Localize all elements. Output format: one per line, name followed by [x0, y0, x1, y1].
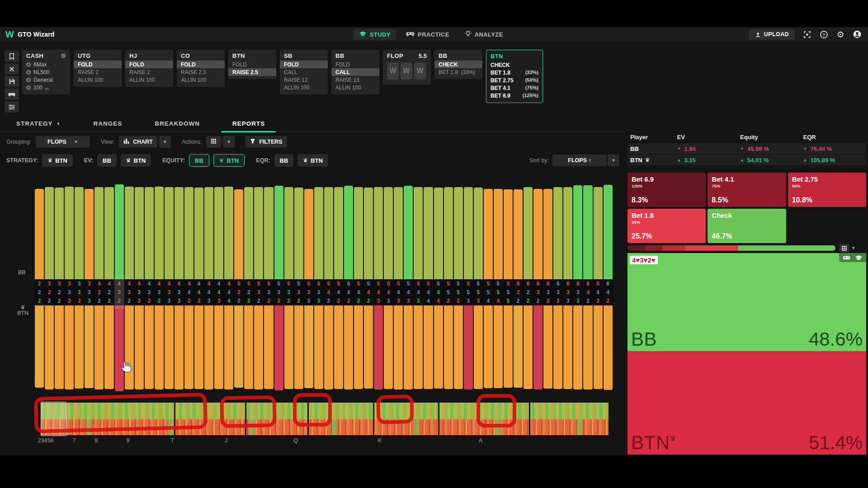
controller-icon[interactable]	[843, 254, 850, 261]
action-raise-2[interactable]: RAISE 2	[125, 68, 173, 76]
action-fold[interactable]: FOLD	[280, 61, 328, 68]
flop-column-542[interactable]	[324, 183, 333, 279]
flop-column-544[interactable]	[434, 305, 443, 394]
actions-select[interactable]	[206, 136, 221, 148]
grid-view-icon[interactable]	[839, 244, 849, 253]
action-bet-6-9[interactable]: BET 6.9(125%)	[486, 92, 542, 99]
player-chip-bb[interactable]: BB	[189, 154, 209, 167]
flop-label-322[interactable]: 322	[55, 279, 64, 305]
flop-label-633[interactable]: 633	[563, 279, 572, 305]
flop-column-543[interactable]	[414, 183, 423, 279]
flop-label-642[interactable]: 642	[594, 279, 603, 305]
action-raise-13[interactable]: RAISE 13	[331, 76, 379, 84]
flop-column-554[interactable]	[484, 183, 493, 279]
position-panel-flop-7[interactable]: FLOP 5.5 WWW	[383, 50, 431, 84]
flop-label-533[interactable]: 533	[304, 279, 313, 305]
view-select[interactable]: CHART	[119, 136, 157, 148]
flop-column-322[interactable]	[55, 305, 64, 394]
flop-label-444[interactable]: 444	[224, 279, 233, 305]
flop-column-332[interactable]	[75, 305, 84, 394]
flop-column-444[interactable]	[224, 183, 233, 279]
flop-label-532[interactable]: 532	[274, 279, 283, 305]
flop-column-422[interactable]	[104, 305, 113, 394]
flop-label-542[interactable]: 542	[354, 279, 363, 305]
flop-column-544[interactable]	[424, 183, 433, 279]
treemap-region-btn[interactable]: BTN♛ 51.4%	[627, 351, 866, 455]
position-panel-sb-5[interactable]: SB FOLD CALL RAISE 12 ALLIN 100	[280, 50, 328, 94]
flop-label-532[interactable]: 532	[264, 279, 273, 305]
position-panel-btn-4[interactable]: BTN FOLD RAISE 2.5	[228, 50, 276, 79]
strip-caret-icon[interactable]: ▼	[851, 246, 855, 250]
flop-column-554[interactable]	[494, 183, 503, 279]
flop-column-433[interactable]	[165, 305, 174, 394]
flop-column-522[interactable]	[244, 183, 253, 279]
flop-column-632[interactable]	[533, 183, 542, 279]
action-allin-100[interactable]: ALLIN 100	[280, 84, 328, 91]
flop-label-532[interactable]: 532	[254, 279, 263, 305]
flop-column-622[interactable]	[514, 183, 523, 279]
flop-column-642[interactable]	[583, 305, 592, 394]
action-allin-100[interactable]: ALLIN 100	[74, 76, 122, 84]
flop-column-543[interactable]	[394, 305, 403, 394]
flop-column-532[interactable]	[284, 183, 293, 279]
flop-column-444[interactable]	[224, 305, 233, 394]
bookmark-icon[interactable]	[5, 51, 19, 62]
flop-column-532[interactable]	[264, 305, 273, 394]
flop-column-622[interactable]	[524, 305, 533, 394]
tab-reports[interactable]: REPORTS	[216, 116, 281, 132]
flop-label-433[interactable]: 433	[175, 279, 184, 305]
flop-column-555[interactable]	[504, 183, 513, 279]
action-bet-2-75[interactable]: BET 2.75(50%)	[486, 76, 542, 84]
flop-column-333[interactable]	[85, 183, 94, 279]
flop-column-532[interactable]	[294, 183, 303, 279]
grouping-select[interactable]: FLOPS▼	[36, 136, 90, 148]
actions-caret[interactable]: ▼	[223, 136, 235, 148]
flop-column-522[interactable]	[234, 183, 243, 279]
flop-column-542[interactable]	[344, 183, 353, 279]
nav-study[interactable]: STUDY	[354, 29, 396, 40]
action-tile-bet-4-1[interactable]: Bet 4.175% 8.5%	[708, 173, 786, 207]
flop-column-555[interactable]	[504, 305, 513, 394]
flop-column-552[interactable]	[454, 183, 463, 279]
flop-column-542[interactable]	[334, 183, 343, 279]
flop-column-543[interactable]	[404, 305, 413, 394]
action-fold[interactable]: FOLD	[74, 61, 122, 68]
player-chip-btn[interactable]: ♛BTN	[297, 154, 328, 167]
flop-column-542[interactable]	[364, 183, 373, 279]
flop-column-432[interactable]	[145, 305, 154, 394]
flop-label-542[interactable]: 542	[324, 279, 333, 305]
flop-column-532[interactable]	[254, 305, 263, 394]
flop-column-222[interactable]	[35, 305, 44, 394]
flop-column-433[interactable]	[165, 183, 174, 279]
action-check[interactable]: CHECK	[486, 61, 542, 69]
flop-column-422[interactable]	[94, 305, 104, 394]
flop-column-442[interactable]	[184, 183, 193, 279]
flop-label-432[interactable]: 432	[145, 279, 154, 305]
flop-column-432[interactable]	[155, 305, 164, 394]
flop-label-542[interactable]: 542	[334, 279, 343, 305]
flop-column-222[interactable]	[35, 183, 44, 279]
action-fold[interactable]: FOLD	[228, 61, 276, 68]
flop-column-642[interactable]	[604, 305, 613, 394]
flop-column-543[interactable]	[374, 183, 383, 279]
flop-label-544[interactable]: 544	[424, 279, 433, 305]
action-raise-12[interactable]: RAISE 12	[280, 76, 328, 84]
flop-label-642[interactable]: 642	[604, 279, 613, 305]
flop-column-422[interactable]	[94, 183, 104, 279]
flop-column-533[interactable]	[304, 183, 313, 279]
flop-label-442[interactable]: 442	[194, 279, 203, 305]
flop-label-443[interactable]: 443	[204, 279, 213, 305]
flop-column-632[interactable]	[543, 183, 552, 279]
flop-column-432[interactable]	[115, 183, 124, 279]
tab-breakdown[interactable]: BREAKDOWN	[138, 116, 216, 132]
action-call[interactable]: CALL	[280, 68, 328, 76]
flop-column-443[interactable]	[214, 305, 223, 394]
flop-column-432[interactable]	[135, 305, 144, 394]
flop-label-442[interactable]: 442	[184, 279, 193, 305]
player-chip-bb[interactable]: BB	[97, 154, 117, 167]
flop-column-433[interactable]	[175, 183, 184, 279]
sortby-caret[interactable]: ▼	[608, 155, 619, 166]
flop-column-532[interactable]	[254, 183, 263, 279]
flop-label-544[interactable]: 544	[434, 279, 443, 305]
controller-icon[interactable]	[5, 89, 19, 100]
